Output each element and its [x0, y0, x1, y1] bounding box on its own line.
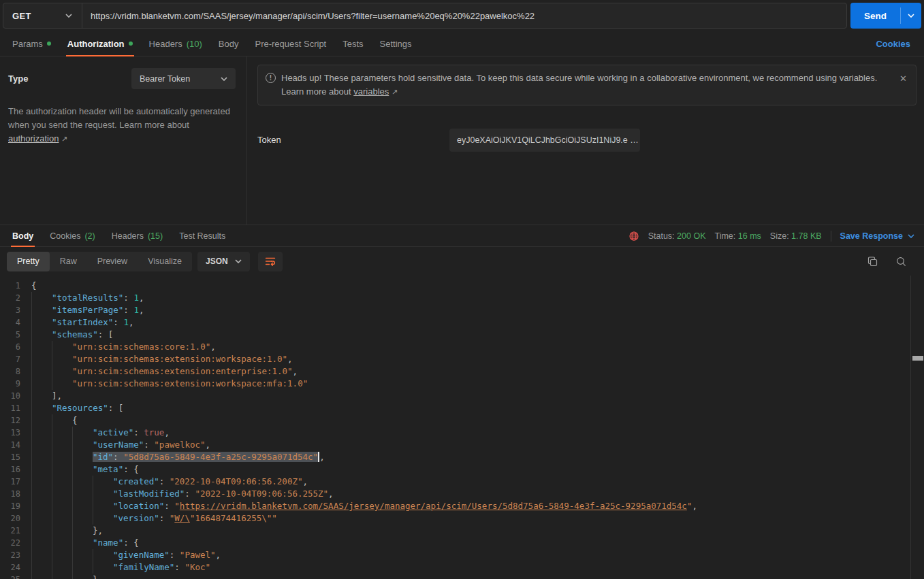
- auth-type-label: Type: [8, 68, 28, 84]
- line-number: 18: [0, 488, 31, 500]
- auth-type-column: Type Bearer Token The authorization head…: [0, 56, 247, 225]
- response-tab-cookies[interactable]: Cookies(2): [42, 225, 103, 246]
- code-line-22: 22"name": {: [0, 537, 924, 549]
- scrollbar-thumb[interactable]: [912, 356, 923, 361]
- variables-link[interactable]: variables: [353, 86, 389, 97]
- response-meta: Status: 200 OK Time: 16 ms Size: 1.78 KB…: [628, 225, 920, 246]
- line-number: 20: [0, 512, 31, 525]
- line-number: 17: [0, 476, 31, 488]
- code-line-18: 18"lastModified": "2022-10-04T09:06:56.2…: [0, 488, 924, 500]
- tab-authorization[interactable]: Authorization: [59, 31, 141, 56]
- wrap-lines-button[interactable]: [258, 252, 283, 271]
- code-line-8: 8"urn:scim:schemas:extension:enterprise:…: [0, 365, 924, 378]
- line-number: 9: [0, 378, 31, 390]
- tab-body[interactable]: Body: [210, 31, 247, 56]
- code-line-19: 19"location": "https://vridm.blanketvm.c…: [0, 500, 924, 512]
- code-line-24: 24"familyName": "Koc": [0, 561, 924, 574]
- response-tab-body[interactable]: Body: [4, 225, 42, 246]
- line-number: 2: [0, 292, 31, 304]
- code-line-23: 23"givenName": "Pawel",: [0, 549, 924, 561]
- close-icon[interactable]: ✕: [899, 74, 907, 83]
- response-body-code[interactable]: 1{2"totalResults": 1,3"itemsPerPage": 1,…: [0, 276, 924, 579]
- format-select[interactable]: JSON: [197, 252, 250, 271]
- code-line-15: 15"id": "5d8d75a6-5849-4e3f-a25c-9295a07…: [0, 451, 924, 463]
- response-view-bar: PrettyRawPreviewVisualize JSON: [0, 247, 924, 276]
- code-line-12: 12{: [0, 414, 924, 427]
- send-split-button: Send: [850, 3, 921, 29]
- code-line-10: 10],: [0, 390, 924, 402]
- external-link-icon: ↗: [61, 135, 67, 143]
- method-select[interactable]: GET: [3, 3, 82, 28]
- code-line-2: 2"totalResults": 1,: [0, 292, 924, 304]
- line-number: 7: [0, 353, 31, 365]
- tab-tests[interactable]: Tests: [334, 31, 371, 56]
- auth-detail-column: ! Heads up! These parameters hold sensit…: [247, 56, 924, 225]
- line-number: 13: [0, 427, 31, 439]
- format-value: JSON: [206, 257, 228, 266]
- auth-help-body: The authorization header will be automat…: [8, 106, 230, 130]
- tab-pre-request-script[interactable]: Pre-request Script: [246, 31, 334, 56]
- line-number: 10: [0, 390, 31, 402]
- code-line-13: 13"active": true,: [0, 427, 924, 439]
- code-line-5: 5"schemas": [: [0, 329, 924, 341]
- send-options-button[interactable]: [901, 3, 921, 29]
- line-number: 6: [0, 341, 31, 353]
- line-number: 23: [0, 549, 31, 561]
- line-number: 3: [0, 304, 31, 316]
- info-icon: !: [266, 73, 276, 83]
- size-badge: Size: 1.78 KB: [770, 231, 822, 241]
- tab-params[interactable]: Params: [4, 31, 59, 56]
- chevron-down-icon: [908, 234, 914, 238]
- network-globe-icon[interactable]: [628, 231, 639, 242]
- auth-help-text: The authorization header will be automat…: [8, 105, 234, 146]
- code-line-3: 3"itemsPerPage": 1,: [0, 304, 924, 316]
- code-lines: 1{2"totalResults": 1,3"itemsPerPage": 1,…: [0, 280, 924, 579]
- response-header: BodyCookies(2)Headers(15)Test Results St…: [0, 225, 924, 247]
- code-line-11: 11"Resources": [: [0, 402, 924, 414]
- response-tab-headers[interactable]: Headers(15): [103, 225, 171, 246]
- line-number: 22: [0, 537, 31, 549]
- send-button[interactable]: Send: [850, 3, 900, 29]
- save-response-label: Save Response: [840, 231, 903, 241]
- response-tabs: BodyCookies(2)Headers(15)Test Results: [4, 225, 234, 246]
- green-dot-icon: [129, 42, 133, 46]
- cookies-link[interactable]: Cookies: [866, 31, 920, 56]
- authorization-link[interactable]: authorization: [8, 133, 59, 144]
- tab-settings[interactable]: Settings: [372, 31, 420, 56]
- code-line-7: 7"urn:scim:schemas:extension:workspace:1…: [0, 353, 924, 365]
- code-line-9: 9"urn:scim:schemas:extension:workspace:m…: [0, 378, 924, 390]
- view-tab-raw[interactable]: Raw: [50, 252, 87, 271]
- view-tab-preview[interactable]: Preview: [87, 252, 138, 271]
- view-tab-pretty[interactable]: Pretty: [7, 252, 50, 271]
- tab-headers[interactable]: Headers(10): [141, 31, 210, 56]
- time-badge: Time: 16 ms: [714, 231, 761, 241]
- view-tab-visualize[interactable]: Visualize: [138, 252, 192, 271]
- chevron-down-icon: [908, 14, 914, 18]
- line-number: 4: [0, 316, 31, 329]
- code-line-1: 1{: [0, 280, 924, 292]
- selected-text: "id": "5d8d75a6-5849-4e3f-a25c-9295a071d…: [93, 452, 318, 462]
- token-label: Token: [257, 129, 449, 145]
- code-line-14: 14"userName": "pawelkoc",: [0, 439, 924, 451]
- copy-icon[interactable]: [867, 257, 878, 267]
- line-number: 21: [0, 525, 31, 537]
- sensitive-data-banner: ! Heads up! These parameters hold sensit…: [257, 65, 917, 105]
- code-line-21: 21},: [0, 525, 924, 537]
- token-input[interactable]: eyJ0eXAiOiJKV1QiLCJhbGciOiJSUzI1NiJ9.e …: [449, 129, 640, 152]
- line-number: 16: [0, 463, 31, 476]
- external-link-icon: ↗: [392, 88, 398, 96]
- search-icon[interactable]: [896, 257, 906, 267]
- auth-type-select[interactable]: Bearer Token: [131, 68, 236, 89]
- status-badge: Status: 200 OK: [648, 231, 706, 241]
- request-tabs: ParamsAuthorizationHeaders(10)BodyPre-re…: [0, 31, 924, 56]
- save-response-button[interactable]: Save Response: [840, 231, 914, 241]
- line-number: 12: [0, 414, 31, 427]
- scrollbar-track: [910, 276, 911, 579]
- chevron-down-icon: [235, 259, 242, 263]
- code-line-4: 4"startIndex": 1,: [0, 316, 924, 329]
- url-input[interactable]: https://vridm.blanketvm.com/SAAS/jersey/…: [82, 3, 846, 28]
- code-line-6: 6"urn:scim:schemas:core:1.0",: [0, 341, 924, 353]
- line-number: 24: [0, 561, 31, 574]
- response-tab-test-results[interactable]: Test Results: [171, 225, 234, 246]
- url-value: https://vridm.blanketvm.com/SAAS/jersey/…: [91, 11, 535, 21]
